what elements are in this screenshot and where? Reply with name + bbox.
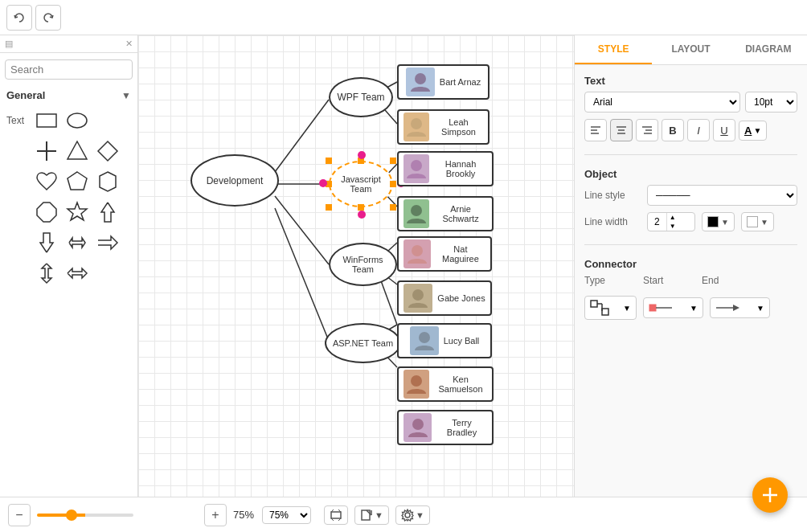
shape-star[interactable] [64,199,90,225]
svg-point-23 [415,73,426,84]
shape-cross[interactable] [34,138,59,164]
settings-btn[interactable]: ▼ [395,505,430,525]
redo-button[interactable] [35,5,61,31]
tab-diagram[interactable]: DIAGRAM [730,35,807,64]
line-style-select[interactable]: ───── - - - - · · · · [647,185,797,206]
node-ken-samuelson[interactable]: Ken Samuelson [397,366,494,402]
node-wpf-team[interactable]: WPF Team [329,77,393,117]
export-btn[interactable]: ▼ [354,505,389,525]
italic-btn[interactable]: I [687,119,710,141]
node-arnie-schwartz[interactable]: Arnie Schwartz [397,196,494,231]
fill-color-btn[interactable]: ▼ [741,212,774,231]
undo-button[interactable] [6,5,32,31]
font-size-select[interactable]: 10pt 12pt 14pt [745,92,797,113]
shape-heart[interactable] [34,169,59,194]
node-lucy-ball[interactable]: Lucy Ball [397,323,492,358]
node-nat-maguiree[interactable]: Nat Maguiree [397,236,492,272]
category-chevron[interactable]: ▼ [121,90,131,101]
svg-marker-8 [37,203,56,222]
shape-arrow-right[interactable] [95,230,121,256]
svg-point-24 [411,118,422,129]
connector-start-select[interactable]: ▼ [643,297,703,318]
svg-marker-4 [68,141,87,159]
bottom-toolbar: − + 75% 75% 100% 50% 25% ▼ [0,497,807,532]
object-props: Line style ───── - - - - · · · · Line wi… [584,185,797,231]
svg-rect-44 [602,309,608,315]
zoom-slider-container [37,514,198,517]
handle-top-circle [358,151,366,159]
node-terry-bradley[interactable]: Terry Bradley [397,410,494,445]
zoom-slider[interactable] [37,514,133,517]
tab-style[interactable]: STYLE [575,35,652,64]
svg-line-20 [379,276,397,325]
fab-button[interactable] [752,477,788,513]
node-winforms-team[interactable]: WinForms Team [329,243,397,286]
search-box[interactable]: 🔍 [5,59,133,80]
avatar-ken [404,370,429,399]
shape-triangle[interactable] [64,138,90,164]
zoom-out-btn[interactable]: − [8,504,31,526]
tab-layout[interactable]: LAYOUT [652,35,729,64]
shape-diamond[interactable] [95,138,121,164]
line-width-down[interactable]: ▼ [667,222,678,231]
node-hannah-brookly[interactable]: Hannah Brookly [397,151,494,186]
canvas-area[interactable]: Development WPF Team Javascript Team Win… [138,35,574,497]
handle-br [390,204,396,211]
shape-octagon[interactable] [34,199,59,225]
shape-arrow-down[interactable] [34,230,59,256]
node-bart-arnaz[interactable]: Bart Arnaz [397,64,490,100]
svg-rect-49 [331,512,341,518]
shape-pentagon[interactable] [64,169,90,194]
avatar-leah [404,113,429,141]
stroke-color-btn[interactable]: ▼ [702,212,735,231]
shape-hexagon[interactable] [95,169,121,194]
font-family-select[interactable]: Arial Helvetica Times New Roman [584,92,740,113]
node-aspnet-team[interactable]: ASP.NET Team [325,323,401,363]
text-props: Arial Helvetica Times New Roman 10pt 12p… [584,92,797,141]
category-label: General [6,89,45,101]
avatar-terry [404,413,432,442]
node-leah-simpson[interactable]: Leah Simpson [397,109,490,145]
line-width-up[interactable]: ▲ [667,213,678,222]
zoom-dropdown[interactable]: 75% 100% 50% 25% [262,506,311,524]
svg-line-13 [275,208,329,341]
svg-point-25 [411,160,422,171]
svg-marker-6 [68,172,87,190]
shape-double-arrow-h[interactable] [64,230,90,256]
right-tabs: STYLE LAYOUT DIAGRAM [575,35,807,65]
shape-arrow-up[interactable] [95,199,121,225]
svg-point-26 [411,205,422,216]
text-shape-label: Text [6,115,29,126]
underline-btn[interactable]: U [713,119,735,141]
shapes-grid: Text [0,104,137,293]
text-color-btn[interactable]: A ▼ [739,121,767,141]
zoom-in-btn[interactable]: + [204,504,227,526]
align-right-btn[interactable] [636,119,658,141]
search-input[interactable] [10,63,145,76]
right-panel: STYLE LAYOUT DIAGRAM Text Arial Helvetic… [574,35,807,497]
node-development[interactable]: Development [190,154,279,207]
text-section: Text Arial Helvetica Times New Roman 10p… [584,75,797,141]
connector-end-select[interactable]: ▼ [710,297,770,318]
line-width-value: 2 [648,213,666,231]
fit-page-btn[interactable] [324,505,348,525]
svg-point-57 [405,513,410,518]
left-panel: ▤ ✕ 🔍 General ▼ Text [0,35,138,497]
line-width-label: Line width [584,216,641,227]
node-javascript-team[interactable]: Javascript Team [329,161,393,207]
svg-rect-41 [591,301,597,307]
align-center-btn[interactable] [610,119,633,141]
bold-btn[interactable]: B [662,119,684,141]
connector-type-select[interactable]: ▼ [584,296,637,320]
handle-mr [390,181,396,187]
object-section-title: Object [584,168,797,180]
svg-point-27 [412,245,423,256]
node-gabe-jones[interactable]: Gabe Jones [397,280,492,316]
end-col-label: End [702,275,754,286]
shape-ellipse[interactable] [64,108,90,133]
connector-section: Connector Type Start End [584,258,797,320]
align-left-btn[interactable] [584,119,607,141]
shape-rectangle[interactable] [34,108,59,133]
shape-double-arrow-h2[interactable] [64,260,90,286]
shape-double-arrow-v[interactable] [34,260,59,286]
